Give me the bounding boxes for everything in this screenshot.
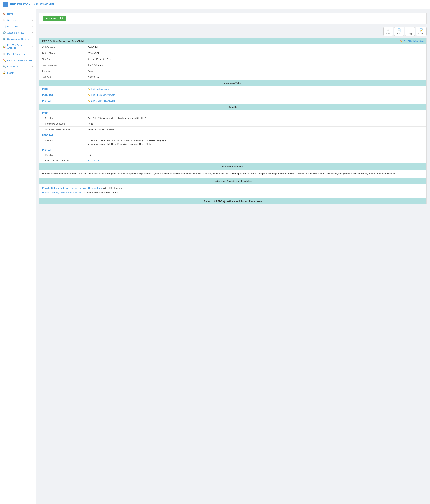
mchat-failed-value: 5, 12, 17, 20 (85, 158, 426, 163)
print-button[interactable]: 🖨 Print (383, 27, 393, 36)
peds-dm-results-row: Results Milestones met: Fine Motor, Soci… (39, 138, 426, 147)
results-header: Results (39, 104, 426, 110)
letters-title: Letters for Parents and Providers (213, 180, 252, 182)
child-name-row: Child's name Test Child (39, 44, 426, 50)
test-age-value: 3 years 10 months 0 day (85, 56, 426, 62)
sidebar-item-account-settings[interactable]: ⚙️ Account Settings ‹ (0, 29, 35, 36)
peds-results-value: Path C-2: (At risk for social, behaviora… (85, 116, 426, 121)
examiner-row: Examiner Angel (39, 68, 426, 74)
peds-dm-row: PEDS:DM ✏️ Edit PEDS:DM Answers (39, 92, 426, 98)
record-title: Record of PEDS Questions and Parent Resp… (204, 200, 262, 203)
test-new-child-button[interactable]: Test New Child (43, 16, 66, 21)
peds-results-title: PEDS (39, 110, 426, 116)
home-icon: 🏠 (3, 12, 6, 15)
mchat-failed-row: Failed Answer Numbers 5, 12, 17, 20 (39, 158, 426, 163)
print-icon: 🖨 (387, 28, 390, 32)
pdf-button[interactable]: 📄 PDF (394, 27, 404, 36)
dob-value: 2016-03-07 (85, 50, 426, 56)
child-name-value: Test Child (85, 44, 426, 50)
peds-dm-label: PEDS:DM (39, 92, 85, 98)
peds-row: PEDS ✏️ Edit Peds Answers (39, 86, 426, 92)
sidebar-label-home: Home (7, 13, 13, 15)
word-label: WORD (418, 33, 424, 35)
edit-peds-icon: ✏️ (88, 88, 90, 90)
peds-predictive-row: Predictive Concerns None (39, 121, 426, 127)
peds-label: PEDS (39, 86, 85, 92)
main-content: Test New Child 🖨 Print 📄 PDF 📋 Copy 📝 WO… (36, 9, 430, 504)
sidebar-item-reference[interactable]: 📄 Reference ‹ (0, 23, 35, 29)
peds-nonpredictive-value: Behavior, Social/Emotional (85, 127, 426, 132)
peds-predictive-label: Predictive Concerns (39, 121, 85, 126)
sidebar-label-logout: Logout (7, 72, 14, 74)
sidebar-item-logout[interactable]: 🔓 Logout (0, 70, 35, 76)
examiner-value: Angel (85, 68, 426, 74)
record-header: Record of PEDS Questions and Parent Resp… (39, 198, 426, 204)
action-bar: Test New Child (39, 13, 427, 24)
mchat-results-label: Results (39, 152, 85, 158)
sidebar-item-home[interactable]: 🏠 Home (0, 11, 35, 17)
pdf-label: PDF (397, 33, 401, 35)
peds-dm-value1: Milestones met: Fine Motor, Social Emoti… (88, 139, 423, 142)
pdf-icon: 📄 (397, 28, 401, 32)
peds-predictive-value: None (85, 121, 426, 126)
mchat-failed-label: Failed Answer Numbers (39, 158, 85, 163)
peds-results-label: Results (39, 116, 85, 121)
peds-dm-results-title: PEDS:DM (39, 132, 426, 138)
sidebar-item-contact-us[interactable]: 🔧 Contact Us ‹ (0, 63, 35, 70)
report-toolbar: 🖨 Print 📄 PDF 📋 Copy 📝 WORD (39, 27, 427, 36)
account-settings-icon: ⚙️ (3, 31, 6, 34)
copy-button[interactable]: 📋 Copy (405, 27, 415, 36)
word-button[interactable]: 📝 WORD (416, 27, 427, 36)
sidebar-item-parent-portal[interactable]: 📋 Parent Portal Info (0, 51, 35, 57)
sidebar-label-account-settings: Account Settings (7, 31, 24, 34)
chevron-icon-account: ‹ (32, 32, 33, 34)
failed-answers-link[interactable]: 5, 12, 17, 20 (88, 159, 100, 162)
letter2-link[interactable]: Parent Summary and Information Sheet (42, 191, 82, 194)
recommendations-title: Recommendations (222, 165, 244, 168)
peds-edit-link[interactable]: ✏️ Edit Peds Answers (85, 86, 426, 92)
letter2-suffix: as recommended by Bright Futures. (82, 191, 119, 194)
test-age-group-row: Test age group 4 to 4-1/2 years (39, 62, 426, 68)
app-name: PEDSTESTONLINE (10, 3, 38, 6)
sidebar-item-peds-online-screen[interactable]: ✏️ Peds Online New Screen (0, 57, 35, 63)
test-age-label: Test Age (39, 56, 85, 62)
letter1-link[interactable]: Provider Referral Letter and Parent Two-… (42, 187, 102, 189)
logo-text: P (5, 4, 6, 6)
peds-online-icon: ✏️ (3, 59, 6, 62)
recommendations-header: Recommendations (39, 163, 426, 170)
letter1-suffix: with ICD-10 codes. (102, 187, 122, 189)
sidebar-label-analytics: PedsTestOnline Analytics (7, 44, 32, 49)
recommendations-text: Provide sensory and lead screens. Refer … (39, 170, 426, 178)
measures-taken-header: Measures Taken (39, 80, 426, 86)
measures-taken-title: Measures Taken (224, 82, 242, 84)
sidebar-label-contact: Contact Us (7, 65, 18, 68)
sidebar: 🏠 Home 📋 Screens ‹ 📄 Reference ‹ ⚙️ Acco… (0, 9, 36, 504)
edit-peds-dm-icon: ✏️ (88, 94, 90, 96)
logout-icon: 🔓 (3, 72, 6, 74)
sidebar-item-subaccounts[interactable]: ⚙️ SubAccounts Settings ‹ (0, 36, 35, 42)
dob-label: Date of Birth (39, 50, 85, 56)
reference-icon: 📄 (3, 25, 6, 28)
test-age-group-value: 4 to 4-1/2 years (85, 62, 426, 68)
sidebar-item-screens[interactable]: 📋 Screens ‹ (0, 17, 35, 23)
mchat-edit-link[interactable]: ✏️ Edit MCHAT-R Answers (85, 98, 426, 104)
edit-mchat-icon: ✏️ (88, 99, 90, 102)
sidebar-label-parent-portal: Parent Portal Info (7, 53, 25, 55)
peds-dm-edit-link[interactable]: ✏️ Edit PEDS:DM Answers (85, 92, 426, 98)
edit-child-link[interactable]: ✏️ Edit Child Information (400, 40, 423, 42)
mchat-results-value: Fail (85, 152, 426, 158)
copy-icon: 📋 (408, 28, 412, 32)
sidebar-label-peds-online: Peds Online New Screen (7, 59, 33, 62)
sidebar-label-reference: Reference (7, 25, 18, 28)
peds-nonpredictive-label: Non-predictive Concerns (39, 127, 85, 132)
chevron-icon-reference: ‹ (32, 26, 33, 27)
report-container: PEDS Online Report for Test Child ✏️ Edi… (39, 38, 427, 205)
report-header: PEDS Online Report for Test Child ✏️ Edi… (39, 38, 426, 44)
app-logo: P (3, 2, 8, 7)
chevron-icon-contact: ‹ (32, 66, 33, 68)
test-age-group-label: Test age group (39, 62, 85, 68)
sidebar-item-analytics[interactable]: 📊 PedsTestOnline Analytics ‹ (0, 42, 35, 51)
dob-row: Date of Birth 2016-03-07 (39, 50, 426, 56)
child-name-label: Child's name (39, 44, 85, 50)
print-label: Print (386, 32, 390, 34)
